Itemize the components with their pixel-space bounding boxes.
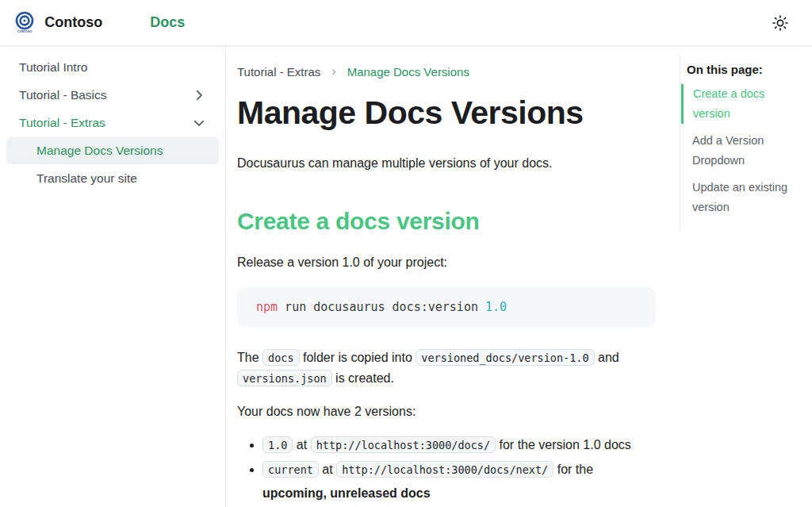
inline-code: 1.0 bbox=[262, 436, 293, 453]
sidebar-item-tutorial-basics[interactable]: Tutorial - Basics bbox=[0, 82, 219, 109]
text-segment: and bbox=[595, 351, 619, 364]
brand-name: Contoso bbox=[44, 14, 102, 31]
sidebar-item-label: Tutorial - Basics bbox=[19, 88, 107, 102]
release-paragraph: Release a version 1.0 of your project: bbox=[237, 252, 656, 272]
inline-code: http://localhost:3000/docs/ bbox=[311, 436, 496, 453]
theme-toggle-button[interactable] bbox=[766, 9, 795, 37]
doc-content: Tutorial - Extras › Manage Docs Versions… bbox=[237, 45, 656, 507]
breadcrumb: Tutorial - Extras › Manage Docs Versions bbox=[237, 64, 656, 79]
text-segment: for the version 1.0 docs bbox=[496, 438, 631, 451]
docs-page: CONTOSO Contoso Docs bbox=[0, 0, 812, 507]
sidebar-item-manage-docs-versions[interactable]: Manage Docs Versions bbox=[6, 137, 219, 164]
sidebar-item-tutorial-intro[interactable]: Tutorial Intro bbox=[0, 54, 219, 81]
page-title: Manage Docs Versions bbox=[237, 95, 656, 132]
inline-code: current bbox=[262, 461, 319, 478]
chevron-down-icon bbox=[192, 116, 206, 130]
code-token-command: npm bbox=[256, 300, 278, 314]
body-row: Tutorial Intro Tutorial - Basics bbox=[0, 45, 812, 507]
sun-icon bbox=[771, 13, 790, 33]
logo-word: CONTOSO bbox=[17, 30, 33, 33]
breadcrumb-item-current: Manage Docs Versions bbox=[347, 65, 469, 79]
chevron-right-icon: › bbox=[331, 64, 335, 79]
toc-heading: On this page: bbox=[680, 63, 812, 76]
code-block[interactable]: npm run docusaurus docs:version 1.0 bbox=[237, 287, 656, 327]
doc-sidebar: Tutorial Intro Tutorial - Basics bbox=[0, 45, 226, 507]
toc-item-add-a-version-dropdown[interactable]: Add a Version Dropdown bbox=[680, 131, 798, 171]
inline-code: versions.json bbox=[237, 370, 332, 386]
sidebar-item-label: Manage Docs Versions bbox=[36, 144, 163, 158]
text-segment: for the bbox=[553, 463, 593, 476]
navbar: CONTOSO Contoso Docs bbox=[0, 0, 812, 45]
text-segment: The bbox=[237, 351, 262, 364]
toc-sidebar: On this page: Create a docs version Add … bbox=[680, 56, 812, 232]
versions-paragraph: Your docs now have 2 versions: bbox=[237, 401, 656, 421]
list-item-version-current: current at http://localhost:3000/docs/ne… bbox=[262, 458, 656, 505]
sidebar-item-label: Tutorial Intro bbox=[19, 60, 87, 75]
text-segment: at bbox=[319, 463, 336, 476]
text-segment: at bbox=[293, 438, 310, 451]
contoso-logo-icon: CONTOSO bbox=[13, 11, 36, 34]
inline-code: http://localhost:3000/docs/next/ bbox=[336, 461, 553, 478]
text-segment: is created. bbox=[332, 371, 394, 385]
inline-code: versioned_docs/version-1.0 bbox=[416, 349, 594, 366]
inline-code: docs bbox=[262, 349, 300, 366]
sidebar-item-translate-your-site[interactable]: Translate your site bbox=[6, 165, 219, 192]
nav-item-docs[interactable]: Docs bbox=[150, 14, 185, 31]
toc-item-create-a-docs-version[interactable]: Create a docs version bbox=[681, 84, 799, 124]
sidebar-item-tutorial-extras[interactable]: Tutorial - Extras bbox=[0, 109, 219, 136]
sidebar-item-label: Translate your site bbox=[36, 171, 137, 186]
sidebar-menu: Tutorial Intro Tutorial - Basics bbox=[0, 54, 225, 192]
section-heading-create-a-docs-version[interactable]: Create a docs version bbox=[237, 208, 656, 235]
bold-text: upcoming, unreleased docs bbox=[262, 486, 431, 500]
navbar-left: CONTOSO Contoso Docs bbox=[13, 11, 185, 34]
intro-paragraph: Docusaurus can manage multiple versions … bbox=[237, 153, 656, 173]
code-token-plain: run docusaurus docs:version bbox=[278, 300, 485, 314]
code-token-number: 1.0 bbox=[485, 300, 507, 314]
breadcrumb-item-tutorial-extras[interactable]: Tutorial - Extras bbox=[237, 65, 320, 79]
toc-list: Create a docs version Add a Version Drop… bbox=[680, 84, 812, 217]
versions-list: 1.0 at http://localhost:3000/docs/ for t… bbox=[237, 433, 656, 505]
sidebar-item-label: Tutorial - Extras bbox=[19, 116, 105, 130]
chevron-right-icon bbox=[192, 88, 206, 102]
brand-link[interactable]: CONTOSO Contoso bbox=[13, 11, 102, 34]
copied-paragraph: The docs folder is copied into versioned… bbox=[237, 348, 656, 389]
code-line: npm run docusaurus docs:version 1.0 bbox=[256, 300, 507, 314]
list-item-version-1-0: 1.0 at http://localhost:3000/docs/ for t… bbox=[262, 433, 656, 457]
toc-item-update-an-existing-version[interactable]: Update an existing version bbox=[680, 178, 798, 217]
text-segment: folder is copied into bbox=[300, 351, 416, 364]
